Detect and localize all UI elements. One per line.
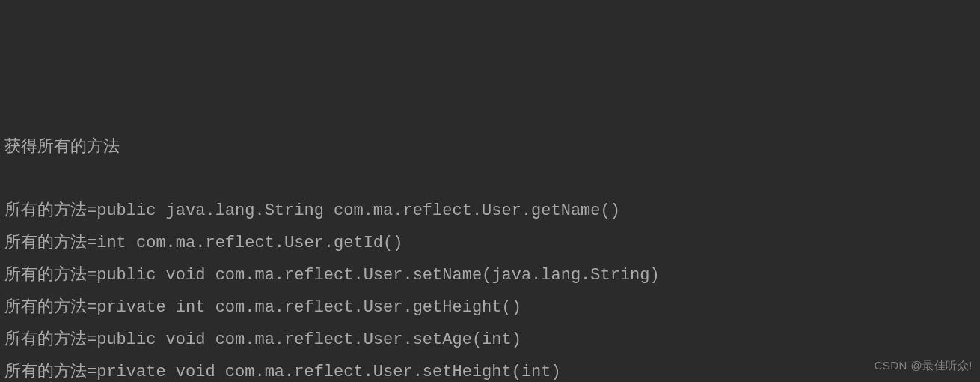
console-line: 所有的方法=int com.ma.reflect.User.getId() (4, 228, 976, 260)
console-line: 所有的方法=private int com.ma.reflect.User.ge… (4, 292, 976, 324)
console-line: 所有的方法=public java.lang.String com.ma.ref… (4, 195, 976, 228)
console-line: 所有的方法=private void com.ma.reflect.User.s… (4, 357, 976, 382)
console-line: 所有的方法=public void com.ma.reflect.User.se… (4, 260, 976, 292)
console-header: 获得所有的方法 (4, 132, 976, 164)
console-line: 所有的方法=public void com.ma.reflect.User.se… (4, 324, 976, 357)
watermark: CSDN @最佳听众! (874, 354, 973, 376)
console-output: 所有的方法=public java.lang.String com.ma.ref… (4, 195, 976, 382)
